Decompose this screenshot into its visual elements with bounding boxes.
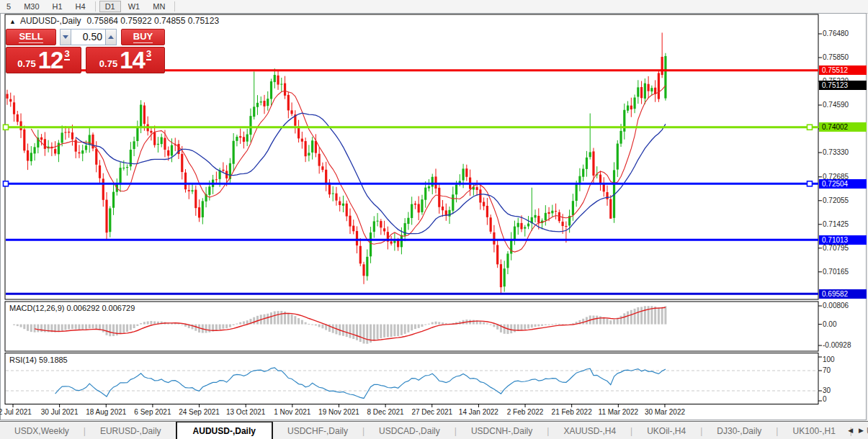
- chart-ohlc-values: 0.75864 0.75922 0.74855 0.75123: [87, 16, 220, 26]
- macd-indicator-label: MACD(12,26,9) 0.006292 0.006729: [9, 304, 135, 312]
- date-axis-label: 2 Feb 2022: [507, 408, 544, 416]
- buy-price-point: 3: [146, 50, 151, 60]
- chart-tab-usdcad-daily[interactable]: USDCAD-,Daily: [364, 422, 455, 439]
- price-axis-tick-label: 0.70795: [823, 244, 849, 252]
- rsi-axis-label: 0: [823, 395, 827, 403]
- symbol-tab-bar: USDX,Weekly|EURUSD-,DailyAUDUSD-,DailyUS…: [0, 421, 868, 439]
- date-axis-label: 30 Jul 2021: [41, 408, 79, 416]
- chart-tab-usdchf-daily[interactable]: USDCHF-,Daily: [273, 422, 362, 439]
- date-axis-label: 14 Jan 2022: [459, 408, 498, 416]
- tab-scroll-right-icon[interactable]: ▶: [856, 427, 867, 434]
- buy-button[interactable]: BUY: [121, 29, 165, 45]
- price-axis-tick-label: 0.76480: [823, 30, 849, 37]
- timeframe-toolbar: 5M30H1H4D1W1MN: [0, 0, 868, 14]
- price-axis-tick-label: 0.71425: [823, 220, 849, 228]
- price-axis-tick-label: 0.72055: [823, 196, 849, 204]
- date-axis-label: 11 Mar 2022: [599, 408, 638, 416]
- toolbar-separator: [174, 1, 175, 12]
- chart-header: ▲AUDUSD-,Daily0.75864 0.75922 0.74855 0.…: [9, 16, 219, 26]
- collapse-chart-icon[interactable]: ▲: [9, 18, 16, 25]
- date-axis-label: 8 Dec 2021: [367, 408, 404, 416]
- date-axis-label: 1 Nov 2021: [274, 408, 310, 416]
- volume-input[interactable]: 0.50: [71, 29, 105, 45]
- macd-axis-label: 0.00: [823, 320, 836, 328]
- chart-tab-xauusd-h4[interactable]: XAUUSD-,H4: [549, 422, 630, 439]
- date-axis-label: 24 Sep 2021: [179, 408, 220, 416]
- sell-price-main: 0.75: [17, 57, 35, 71]
- rsi-axis-label: 100: [823, 356, 835, 363]
- chart-window[interactable]: [0, 13, 867, 420]
- trading-app-window: 5M30H1H4D1W1MN ▲AUDUSD-,Daily0.75864 0.7…: [0, 0, 868, 439]
- price-level-badge: 0.72504: [819, 179, 867, 189]
- timeframe-button-mn[interactable]: MN: [147, 1, 171, 12]
- price-level-badge: 0.75512: [819, 65, 867, 75]
- timeframe-button-m30[interactable]: M30: [18, 1, 45, 12]
- timeframe-button-d1[interactable]: D1: [99, 1, 121, 12]
- price-level-badge: 0.69582: [819, 289, 867, 299]
- rsi-axis-label: 70: [823, 366, 831, 374]
- volume-decrease-button[interactable]: [60, 29, 71, 45]
- chart-tab-uk100-h1[interactable]: UK100-,H1: [778, 422, 849, 439]
- date-axis-label: 27 Dec 2021: [411, 408, 452, 416]
- sell-price-pips: 12: [38, 50, 63, 71]
- one-click-trade-panel: SELL 0.50 BUY 0.75 12 3 0.75 14 3: [6, 29, 165, 73]
- chart-tab-usdcnh-daily[interactable]: USDCNH-,Daily: [457, 422, 547, 439]
- arrow-up-icon: [108, 35, 114, 39]
- rsi-axis-label: 30: [823, 386, 831, 394]
- buy-price-main: 0.75: [99, 57, 117, 71]
- chart-tab-dj30-daily[interactable]: DJ30-,Daily: [702, 422, 776, 439]
- tab-scroll-left-icon[interactable]: ◀: [845, 427, 856, 434]
- buy-price-pips: 14: [120, 50, 145, 71]
- date-axis-label: 12 Jul 2021: [0, 408, 32, 416]
- date-axis-label: 6 Sep 2021: [134, 408, 171, 416]
- macd-axis-label: -0.00928: [823, 341, 851, 349]
- sell-price-point: 3: [64, 50, 69, 60]
- timeframe-button-5[interactable]: 5: [1, 1, 17, 12]
- timeframe-button-h4[interactable]: H4: [70, 1, 91, 12]
- price-axis-tick-label: 0.70165: [823, 268, 849, 276]
- toolbar-separator: [95, 1, 96, 12]
- price-level-badge: 0.75123: [819, 81, 867, 90]
- rsi-indicator-label: RSI(14) 59.1885: [9, 356, 68, 364]
- price-level-badge: 0.74002: [819, 122, 867, 132]
- chart-tab-audusd-daily[interactable]: AUDUSD-,Daily: [176, 421, 273, 439]
- price-axis-tick-label: 0.75850: [823, 53, 849, 61]
- price-axis-tick-label: 0.73330: [823, 148, 849, 156]
- chart-tab-eurusd-daily[interactable]: EURUSD-,Daily: [86, 422, 176, 439]
- macd-axis-label: 0.00806: [823, 302, 849, 309]
- chart-tab-usdx-weekly[interactable]: USDX,Weekly: [0, 422, 84, 439]
- buy-price-display[interactable]: 0.75 14 3: [86, 47, 165, 73]
- date-axis-label: 13 Oct 2021: [226, 408, 265, 416]
- volume-increase-button[interactable]: [105, 29, 117, 45]
- arrow-down-icon: [63, 35, 68, 39]
- date-axis-label: 18 Aug 2021: [86, 408, 126, 416]
- price-axis-tick-label: 0.74590: [823, 101, 849, 109]
- sell-button[interactable]: SELL: [6, 29, 56, 45]
- chart-tab-ukoil-h4[interactable]: UKOil-,H4: [632, 422, 700, 439]
- timeframe-button-h1[interactable]: H1: [47, 1, 68, 12]
- tab-scrollers: ◀ ▶: [845, 421, 867, 439]
- date-axis-label: 19 Nov 2021: [318, 408, 359, 416]
- chart-symbol-label: AUDUSD-,Daily: [20, 16, 81, 26]
- date-axis-label: 21 Feb 2022: [552, 408, 592, 416]
- timeframe-button-w1[interactable]: W1: [122, 1, 146, 12]
- price-level-badge: 0.71013: [819, 235, 867, 245]
- sell-price-display[interactable]: 0.75 12 3: [6, 47, 81, 73]
- date-axis-label: 30 Mar 2022: [645, 408, 685, 416]
